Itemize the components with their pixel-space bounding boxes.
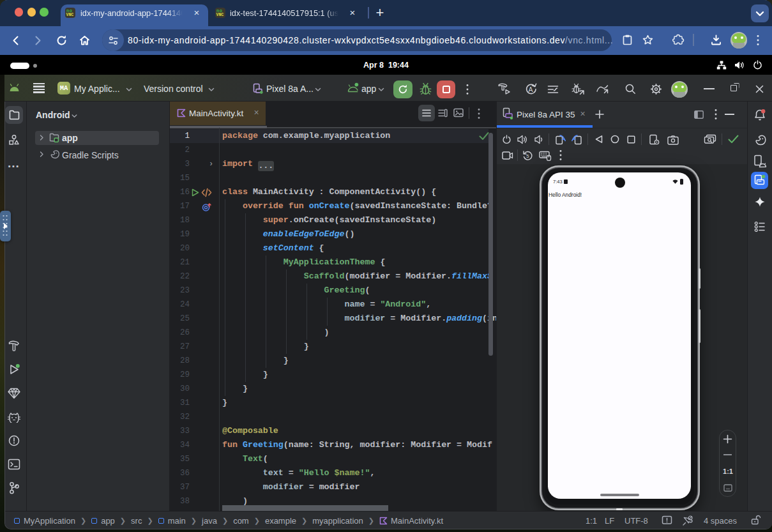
svg-text:5: 5 bbox=[526, 153, 529, 159]
svg-text:A: A bbox=[529, 86, 533, 93]
